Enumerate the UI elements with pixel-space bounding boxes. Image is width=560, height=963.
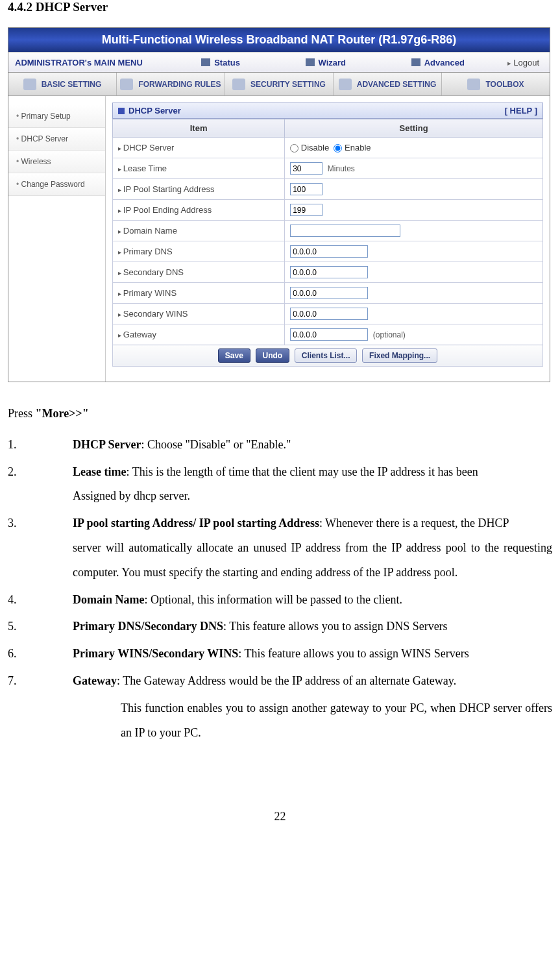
save-button[interactable]: Save (218, 348, 250, 363)
page-number: 22 (8, 810, 552, 823)
domain-input[interactable] (290, 225, 400, 237)
sidebar-item-dhcp-server[interactable]: DHCP Server (8, 128, 105, 151)
panel-header-icon (118, 108, 125, 114)
tab-toolbox[interactable]: TOOLBOX (442, 73, 550, 95)
item2-rest: : This is the length of time that the cl… (126, 465, 478, 478)
tab-toolbox-label: TOOLBOX (485, 80, 524, 89)
item5-bold: Primary DNS/Secondary DNS (73, 620, 223, 633)
content-panel: DHCP Server [ HELP ] Item Setting DHCP S… (106, 96, 550, 382)
press-more-line: Press "More>>" (8, 402, 552, 426)
sidebar-item-primary-setup[interactable]: Primary Setup (8, 105, 105, 128)
sidebar-item-change-password[interactable]: Change Password (8, 173, 105, 196)
sidebar-item-wireless[interactable]: Wireless (8, 151, 105, 173)
col-item-header: Item (113, 119, 285, 138)
toolbox-icon (467, 79, 480, 90)
dhcp-disable-text: Disable (301, 143, 329, 152)
secondary-wins-input[interactable] (290, 308, 368, 320)
primary-wins-label: Primary WINS (113, 283, 285, 304)
ip-start-label: IP Pool Starting Address (113, 179, 285, 200)
gateway-optional-text: (optional) (373, 330, 406, 339)
advanced-setting-icon (339, 79, 352, 90)
item3-rest: : Whenever there is a request, the DHCP (319, 517, 509, 530)
forwarding-icon (120, 79, 133, 90)
num-4: 4. (8, 588, 73, 613)
security-icon (232, 79, 245, 90)
settings-table: Item Setting DHCP Server Disable Enable … (112, 119, 543, 367)
tab-advanced-label: ADVANCED SETTING (357, 80, 436, 89)
item7-bold: Gateway (73, 674, 117, 687)
row-primary-dns: Primary DNS (113, 241, 543, 262)
primary-dns-label: Primary DNS (113, 241, 285, 262)
num-1: 1. (8, 433, 73, 457)
press-more-bold: "More>>" (36, 407, 89, 420)
undo-button[interactable]: Undo (256, 348, 290, 363)
item6-bold: Primary WINS/Secondary WINS (73, 647, 238, 660)
tab-basic-setting[interactable]: BASIC SETTING (8, 73, 117, 95)
row-secondary-dns: Secondary DNS (113, 262, 543, 283)
row-ip-end: IP Pool Ending Address (113, 200, 543, 221)
mainmenu-label: ADMINISTRATOR's MAIN MENU (15, 58, 143, 67)
list-item-3: 3. IP pool starting Address/ IP pool sta… (8, 511, 552, 585)
gateway-input[interactable] (290, 328, 368, 341)
secondary-wins-label: Secondary WINS (113, 304, 285, 324)
num-5: 5. (8, 615, 73, 639)
mainmenu-item-advanced[interactable]: Advanced (411, 58, 465, 67)
fixed-mapping-button[interactable]: Fixed Mapping... (362, 348, 437, 363)
description-list: 1. DHCP Server: Choose "Disable" or "Ena… (8, 433, 552, 694)
row-domain: Domain Name (113, 221, 543, 241)
panel-header: DHCP Server [ HELP ] (112, 103, 543, 119)
logout-link[interactable]: Logout (497, 58, 550, 67)
panel-title: DHCP Server (128, 106, 181, 116)
num-7: 7. (8, 669, 73, 694)
dhcp-disable-radio[interactable] (290, 144, 298, 152)
dhcp-server-setting: Disable Enable (285, 138, 543, 158)
item2-sub: Assigned by dhcp server. (73, 484, 552, 509)
help-link[interactable]: [ HELP ] (505, 106, 537, 116)
dhcp-enable-radio[interactable] (334, 144, 342, 152)
item3-sub: server will automatically allocate an un… (73, 536, 552, 585)
ip-end-input[interactable] (290, 204, 323, 216)
tab-basic-label: BASIC SETTING (42, 80, 102, 89)
item2-bold: Lease time (73, 465, 126, 478)
item4-bold: Domain Name (73, 593, 145, 606)
main-menu-bar: ADMINISTRATOR's MAIN MENU Status Wizard … (8, 52, 550, 73)
router-screenshot: Multi-Functional Wireless Broadband NAT … (8, 27, 550, 382)
dhcp-server-label: DHCP Server (113, 138, 285, 158)
list-item-6: 6. Primary WINS/Secondary WINS: This fea… (8, 642, 552, 666)
lease-time-input[interactable] (290, 162, 323, 175)
dhcp-enable-text: Enable (345, 143, 371, 152)
ip-start-input[interactable] (290, 183, 323, 195)
mainmenu-wizard-label: Wizard (319, 58, 347, 67)
secondary-dns-input[interactable] (290, 266, 368, 278)
list-item-7: 7. Gateway: The Gateway Address would be… (8, 669, 552, 694)
col-setting-header: Setting (285, 119, 543, 138)
primary-dns-input[interactable] (290, 245, 368, 258)
row-dhcp-server: DHCP Server Disable Enable (113, 138, 543, 158)
num-3: 3. (8, 511, 73, 585)
wizard-icon (306, 58, 315, 66)
tab-bar: BASIC SETTING FORWARDING RULES SECURITY … (8, 73, 550, 96)
tab-security-setting[interactable]: SECURITY SETTING (225, 73, 334, 95)
list-item-2: 2. Lease time: This is the length of tim… (8, 460, 552, 509)
mainmenu-item-wizard[interactable]: Wizard (306, 58, 347, 67)
tab-forwarding-rules[interactable]: FORWARDING RULES (117, 73, 225, 95)
item7-sub: This function enables you to assign anot… (121, 696, 552, 746)
row-primary-wins: Primary WINS (113, 283, 543, 304)
ip-end-label: IP Pool Ending Address (113, 200, 285, 221)
window-titlebar: Multi-Functional Wireless Broadband NAT … (8, 28, 550, 52)
status-icon (201, 58, 210, 66)
list-item-4: 4. Domain Name: Optional, this informati… (8, 588, 552, 613)
row-lease-time: Lease Time Minutes (113, 158, 543, 179)
list-item-1: 1. DHCP Server: Choose "Disable" or "Ena… (8, 433, 552, 457)
button-row: Save Undo Clients List... Fixed Mapping.… (113, 345, 543, 367)
primary-wins-input[interactable] (290, 287, 368, 299)
press-more-pre: Press (8, 407, 36, 420)
item1-bold: DHCP Server (73, 438, 141, 451)
tab-advanced-setting[interactable]: ADVANCED SETTING (334, 73, 442, 95)
item5-rest: : This feature allows you to assign DNS … (223, 620, 448, 633)
row-secondary-wins: Secondary WINS (113, 304, 543, 324)
lease-time-label: Lease Time (113, 158, 285, 179)
item7-rest: : The Gateway Address would be the IP ad… (117, 674, 456, 687)
clients-list-button[interactable]: Clients List... (295, 348, 358, 363)
mainmenu-item-status[interactable]: Status (201, 58, 240, 67)
